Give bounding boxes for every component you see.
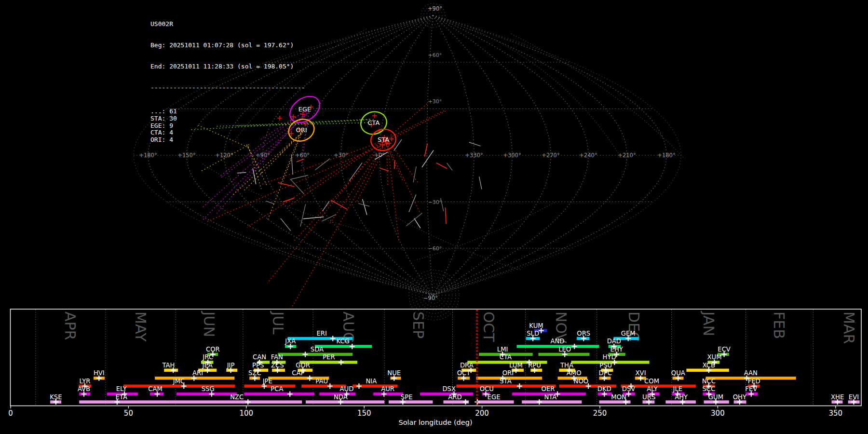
shower-label: SDA — [311, 346, 324, 353]
shower-label: HYD — [602, 353, 616, 361]
shower-peak-cross — [307, 376, 312, 381]
shower-label: KUM — [529, 322, 543, 329]
x-axis-title: Solar longitude (deg) — [398, 419, 472, 426]
shower-label: EHY — [610, 346, 624, 353]
radiant-cross — [372, 113, 377, 118]
shower-label: MON — [611, 393, 626, 401]
shower-label: LYR — [80, 378, 91, 385]
longitude-label: +300° — [503, 152, 521, 159]
observation-header: US002R Beg: 20251011 01:07:28 (sol = 197… — [150, 7, 305, 157]
shower-peak-cross — [287, 392, 293, 397]
meteor-segment — [237, 173, 246, 173]
shower-label: LUM — [509, 362, 523, 369]
header-separator: ----------------------------------------… — [150, 84, 305, 92]
shower-label: NIA — [366, 378, 377, 385]
shower-label: FEV — [745, 385, 757, 393]
shower-label: COM — [644, 378, 659, 385]
shower-label: SPE — [401, 393, 413, 401]
shower-label: XVI — [636, 369, 646, 377]
month-label: JUL — [270, 311, 286, 335]
shower-label: DSV — [622, 385, 636, 393]
sky-grid-meridian — [341, 15, 433, 295]
meteor-segment — [349, 163, 362, 181]
meteor-segment — [283, 198, 294, 202]
meteor-segment — [445, 207, 446, 224]
shower-peak-cross — [330, 336, 336, 341]
shower-label: QUA — [671, 369, 685, 377]
shower-label: DAD — [607, 338, 621, 345]
shower-label: GUM — [708, 393, 723, 401]
x-tick-label: 300 — [711, 409, 725, 418]
shower-bar — [306, 400, 384, 403]
shower-label: ALY — [647, 385, 658, 393]
obs-begin: Beg: 20251011 01:07:28 (sol = 197.62°) — [150, 42, 305, 49]
shower-label: ERI — [317, 330, 327, 337]
north-pole-label: +90° — [428, 5, 442, 12]
shower-label: SLD — [527, 330, 539, 337]
shower-label: NUE — [387, 369, 401, 377]
meteor-segment — [281, 218, 291, 231]
shower-label: DPC — [599, 369, 612, 377]
shower-peak-cross — [327, 383, 333, 389]
meteor-segment — [331, 200, 348, 209]
shower-count: STA: 30 — [150, 115, 305, 122]
shower-label: OER — [542, 385, 555, 393]
meteor-segment — [323, 201, 329, 211]
shower-label: GDR — [296, 362, 310, 369]
longitude-label: +270° — [542, 152, 559, 159]
shower-bar — [516, 345, 599, 348]
shower-label: EVI — [849, 393, 859, 401]
x-tick-label: 100 — [239, 409, 253, 418]
shower-bar — [244, 384, 295, 387]
x-tick-label: 200 — [475, 409, 489, 418]
shower-label: FED — [748, 378, 760, 385]
shower-count: ...: 61 — [150, 108, 305, 115]
activity-timeline: APRMAYJUNJULAUGSEPOCTNOVDECJANFEBMARKUME… — [8, 309, 861, 418]
meteor-segment — [315, 159, 330, 170]
shower-label: SZC — [248, 369, 261, 377]
obs-end: End: 20251011 11:28:33 (sol = 198.05°) — [150, 63, 305, 70]
shower-peak-cross — [339, 360, 344, 365]
shower-label: AMO — [567, 369, 582, 377]
longitude-label: +330° — [465, 152, 483, 159]
trail-line — [392, 111, 445, 139]
shower-label: CAM — [148, 385, 163, 393]
shower-bar — [244, 393, 314, 395]
trail-line — [292, 142, 386, 307]
meteor-segment — [413, 166, 416, 182]
shower-label: AHY — [675, 393, 688, 401]
shower-label: PCA — [271, 385, 283, 393]
shower-label: OHY — [733, 393, 747, 401]
x-tick-label: 50 — [124, 409, 133, 418]
shower-label: ZCS — [271, 362, 284, 369]
meteor-segment — [479, 176, 482, 189]
shower-bar — [373, 393, 403, 395]
longitude-label: +240° — [579, 152, 597, 159]
x-tick-label: 350 — [828, 409, 842, 418]
shower-label: ARI — [192, 369, 203, 377]
shower-label: JMC — [173, 378, 185, 385]
shower-label: PPS — [252, 362, 264, 369]
shower-label: SSG — [202, 385, 215, 393]
shower-label: AUR — [381, 385, 394, 393]
shower-label: GEM — [621, 330, 636, 337]
month-label: JUN — [201, 311, 217, 337]
shower-label: JXA — [285, 338, 296, 345]
shower-label: NTA — [544, 393, 556, 401]
month-label: FEB — [771, 312, 787, 339]
x-tick-label: 250 — [593, 409, 607, 418]
shower-count: EGE: 9 — [150, 122, 305, 130]
longitude-label: +180° — [657, 152, 675, 159]
shower-label: ELY — [116, 385, 127, 393]
month-label: MAY — [132, 312, 149, 342]
shower-peak-cross — [517, 383, 522, 389]
meteor-segment — [266, 201, 275, 204]
sky-grid-meridian — [433, 15, 627, 295]
shower-bar — [278, 353, 353, 356]
shower-label: AAN — [744, 369, 758, 377]
shower-bar — [79, 400, 170, 403]
month-label: SEP — [410, 312, 427, 339]
meteor-segment — [394, 160, 395, 169]
shower-label: PSU — [599, 362, 612, 369]
shower-label: JLE — [673, 385, 683, 393]
